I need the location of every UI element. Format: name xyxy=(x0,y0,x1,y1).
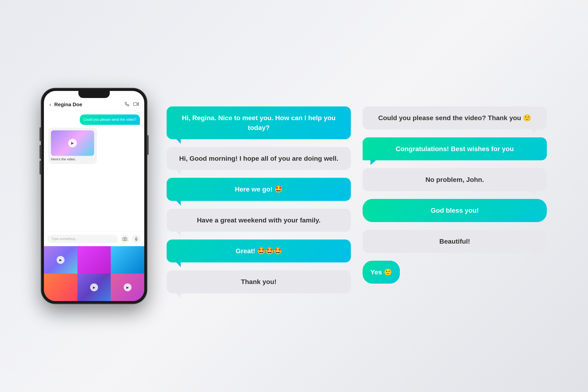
right-bubble-column: Could you please send the video? Thank y… xyxy=(362,106,547,284)
phone-screen: ‹ Regina Doe xyxy=(44,91,144,301)
bubble-congrats: Congratulations! Best wishes for you xyxy=(362,138,547,160)
header-icons xyxy=(125,102,139,108)
svg-point-2 xyxy=(124,238,126,240)
play-button[interactable]: ▶ xyxy=(68,139,77,148)
play-icon: ▶ xyxy=(71,141,74,145)
media-play-5[interactable]: ▶ xyxy=(90,284,98,291)
bubble-hi: Hi, Regina. Nice to meet you. How can I … xyxy=(166,106,351,139)
svg-rect-0 xyxy=(134,103,137,106)
chat-body: Could you please send the video? ▶ Here'… xyxy=(44,110,144,232)
video-thumbnail[interactable]: ▶ xyxy=(51,130,94,156)
main-container: ‹ Regina Doe xyxy=(30,76,558,316)
bubble-thankyou: Thank you! xyxy=(166,270,351,293)
media-cell-4[interactable] xyxy=(44,274,78,301)
bubble-morning: Hi, Good morning! I hope all of you are … xyxy=(166,147,351,170)
bubble-noproblem: No problem, John. xyxy=(362,168,547,191)
phone-device: ‹ Regina Doe xyxy=(41,88,147,304)
camera-button[interactable] xyxy=(120,234,129,244)
back-arrow-icon[interactable]: ‹ xyxy=(50,102,51,108)
message-input[interactable]: Type something... xyxy=(48,234,118,243)
media-cell-1[interactable]: ▶ xyxy=(44,246,78,274)
phone-notch xyxy=(78,91,110,98)
bubble-herewego: Here we go! 🤩 xyxy=(166,178,351,201)
bubbles-area: Hi, Regina. Nice to meet you. How can I … xyxy=(166,98,547,293)
bubble-send-video: Could you please send the video? Thank y… xyxy=(362,106,547,129)
sent-message: Could you please send the video? xyxy=(80,114,140,125)
chat-header: ‹ Regina Doe xyxy=(44,98,144,110)
call-icon[interactable] xyxy=(125,102,129,108)
media-cell-6[interactable]: ▶ xyxy=(111,274,144,301)
video-caption: Here's the video. xyxy=(51,158,94,161)
phone-wrapper: ‹ Regina Doe xyxy=(41,88,151,304)
bubble-yes: Yes 🙂 xyxy=(362,261,400,284)
bubble-godbless: God bless you! xyxy=(362,199,547,222)
media-cell-3[interactable] xyxy=(111,246,144,274)
contact-name: Regina Doe xyxy=(54,102,125,108)
video-message: ▶ Here's the video. xyxy=(48,128,97,164)
video-call-icon[interactable] xyxy=(133,102,139,108)
media-cell-2[interactable] xyxy=(78,246,111,274)
media-cell-5[interactable]: ▶ xyxy=(78,274,111,301)
input-bar: Type something... xyxy=(44,232,144,246)
bubble-weekend: Have a great weekend with your family. xyxy=(166,209,351,232)
media-play-1[interactable]: ▶ xyxy=(57,256,64,264)
bubble-beautiful: Beautiful! xyxy=(362,230,547,253)
microphone-button[interactable] xyxy=(132,234,141,244)
left-bubble-column: Hi, Regina. Nice to meet you. How can I … xyxy=(166,106,351,293)
media-grid: ▶ ▶ ▶ xyxy=(44,246,144,301)
bubble-great: Great! 🤩🤩🤩 xyxy=(166,240,351,262)
svg-marker-1 xyxy=(137,102,138,106)
media-play-6[interactable]: ▶ xyxy=(124,284,132,291)
